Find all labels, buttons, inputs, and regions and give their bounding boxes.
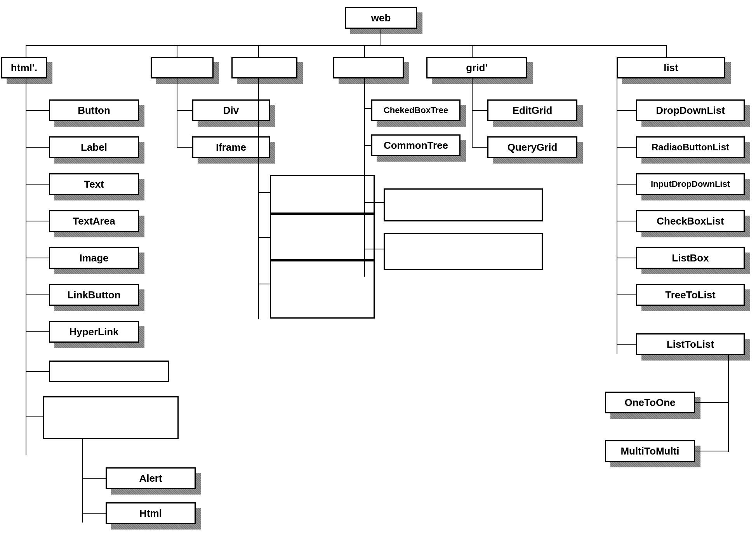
connector bbox=[695, 451, 728, 451]
connector bbox=[381, 29, 381, 45]
label: Image bbox=[79, 253, 108, 264]
connector bbox=[364, 249, 384, 249]
node-html: html'. bbox=[1, 57, 47, 78]
label: MultiToMulti bbox=[620, 446, 679, 457]
connector bbox=[26, 110, 49, 111]
label: QueryGrid bbox=[507, 142, 558, 153]
node-linkbutton: LinkButton bbox=[49, 284, 139, 306]
label: ListBox bbox=[672, 253, 709, 264]
node-root-label: web bbox=[371, 12, 391, 24]
node-querygrid: QueryGrid bbox=[487, 136, 577, 158]
connector bbox=[26, 331, 49, 332]
node-editgrid: EditGrid bbox=[487, 99, 577, 121]
label: HyperLink bbox=[69, 326, 118, 338]
label: Button bbox=[78, 105, 110, 116]
connector bbox=[364, 145, 372, 146]
label: RadiaoButtonList bbox=[652, 142, 729, 152]
node-button: Button bbox=[49, 99, 139, 121]
connector bbox=[26, 184, 49, 185]
connector bbox=[258, 192, 270, 193]
connector bbox=[364, 108, 372, 109]
connector bbox=[82, 513, 106, 514]
node-grid: grid' bbox=[426, 57, 527, 78]
connector bbox=[472, 78, 473, 147]
label: ChekedBoxTree bbox=[384, 106, 448, 115]
node-cat3 bbox=[231, 57, 297, 78]
label: CommonTree bbox=[384, 140, 448, 151]
node-listtolist: ListToList bbox=[636, 333, 745, 355]
node-html-label: html'. bbox=[11, 62, 37, 73]
node-html-child: Html bbox=[106, 502, 196, 524]
node-blank2 bbox=[43, 396, 179, 439]
node-hyperlink: HyperLink bbox=[49, 321, 139, 343]
node-cat4-blank2 bbox=[384, 233, 543, 270]
connector bbox=[26, 147, 49, 148]
connector bbox=[617, 344, 636, 345]
connector bbox=[26, 45, 26, 57]
connector bbox=[617, 78, 617, 354]
label: DropDownList bbox=[656, 105, 725, 116]
node-label: Label bbox=[49, 136, 139, 158]
connector bbox=[177, 110, 192, 111]
node-cat3-row1 bbox=[270, 175, 375, 214]
connector bbox=[472, 147, 487, 148]
node-chekedboxtree: ChekedBoxTree bbox=[371, 99, 461, 121]
node-treetolist: TreeToList bbox=[636, 284, 745, 306]
connector bbox=[258, 45, 259, 57]
label: Html bbox=[139, 508, 162, 519]
connector bbox=[26, 78, 26, 455]
node-text: Text bbox=[49, 173, 139, 195]
connector bbox=[364, 45, 365, 57]
node-cat4-blank1 bbox=[384, 188, 543, 221]
connector bbox=[666, 45, 667, 57]
label: CheckBoxList bbox=[657, 216, 724, 227]
connector bbox=[26, 45, 666, 46]
node-cat3-row2 bbox=[270, 214, 375, 260]
connector bbox=[617, 147, 636, 148]
label: EditGrid bbox=[513, 105, 553, 116]
connector bbox=[258, 237, 270, 238]
node-list-label: list bbox=[664, 62, 678, 73]
label: LinkButton bbox=[67, 289, 120, 301]
label: Alert bbox=[139, 473, 162, 484]
node-listbox: ListBox bbox=[636, 247, 745, 269]
connector bbox=[82, 478, 106, 479]
label: ListToList bbox=[667, 339, 714, 350]
node-image: Image bbox=[49, 247, 139, 269]
connector bbox=[26, 221, 49, 221]
connector bbox=[258, 78, 259, 319]
connector bbox=[258, 284, 270, 284]
node-alert: Alert bbox=[106, 467, 196, 489]
connector bbox=[728, 355, 729, 452]
label: OneToOne bbox=[625, 397, 676, 408]
connector bbox=[26, 416, 43, 417]
label: TreeToList bbox=[665, 289, 716, 301]
connector bbox=[177, 45, 177, 57]
node-cat4 bbox=[333, 57, 404, 78]
connector bbox=[82, 439, 83, 523]
connector bbox=[177, 147, 192, 148]
connector bbox=[26, 294, 49, 295]
label: Div bbox=[223, 105, 239, 116]
node-blank1 bbox=[49, 361, 169, 382]
connector bbox=[472, 110, 487, 111]
node-inputdropdownlist: InputDropDownList bbox=[636, 173, 745, 195]
label: Text bbox=[84, 179, 104, 190]
node-checkboxlist: CheckBoxList bbox=[636, 210, 745, 232]
node-radiobuttonlist: RadiaoButtonList bbox=[636, 136, 745, 158]
node-multitomulti: MultiToMulti bbox=[605, 440, 695, 462]
connector bbox=[364, 202, 384, 203]
label: InputDropDownList bbox=[651, 179, 730, 189]
node-cat3-row3 bbox=[270, 260, 375, 319]
node-root: web bbox=[345, 7, 417, 29]
node-textarea: TextArea bbox=[49, 210, 139, 232]
connector bbox=[617, 258, 636, 258]
label: Label bbox=[81, 142, 107, 153]
connector bbox=[177, 78, 177, 147]
connector bbox=[617, 221, 636, 221]
node-list: list bbox=[617, 57, 725, 78]
node-onetoone: OneToOne bbox=[605, 392, 695, 413]
node-commontree: CommonTree bbox=[371, 134, 461, 156]
connector bbox=[617, 294, 636, 295]
node-cat2 bbox=[151, 57, 214, 78]
